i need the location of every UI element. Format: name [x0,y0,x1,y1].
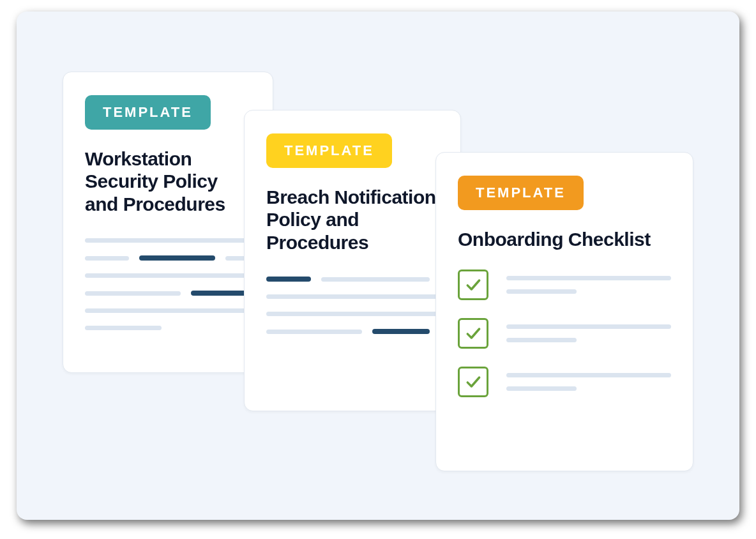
template-title: Breach Notification Policy and Procedure… [266,186,439,254]
template-body-placeholder [85,238,251,330]
checklist-item-text-placeholder [506,324,671,342]
checklist-item-text-placeholder [506,373,671,391]
checklist-item-text-placeholder [506,276,671,294]
template-gallery-panel: TEMPLATE Workstation Security Policy and… [17,11,739,520]
checklist [458,270,671,397]
checklist-item [458,318,671,349]
template-badge: TEMPLATE [85,95,211,130]
checklist-item [458,270,671,300]
template-title: Onboarding Checklist [458,228,671,250]
template-badge: TEMPLATE [458,176,584,210]
template-badge: TEMPLATE [266,133,392,168]
template-body-placeholder [266,277,439,334]
template-card-onboarding-checklist[interactable]: TEMPLATE Onboarding Checklist [435,152,693,471]
checkbox-checked-icon [458,367,488,397]
checkbox-checked-icon [458,318,488,349]
template-card-breach-notification[interactable]: TEMPLATE Breach Notification Policy and … [244,110,461,411]
checkbox-checked-icon [458,270,488,300]
template-title: Workstation Security Policy and Procedur… [85,148,251,215]
checklist-item [458,367,671,397]
template-card-workstation-security[interactable]: TEMPLATE Workstation Security Policy and… [63,72,273,373]
